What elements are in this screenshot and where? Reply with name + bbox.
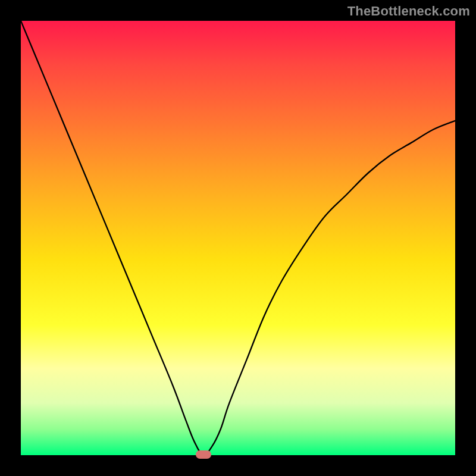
optimal-marker: [196, 450, 211, 459]
plot-area: [21, 21, 455, 455]
watermark-text: TheBottleneck.com: [347, 4, 470, 19]
chart-frame: TheBottleneck.com: [0, 0, 476, 476]
bottleneck-curve: [21, 21, 455, 455]
